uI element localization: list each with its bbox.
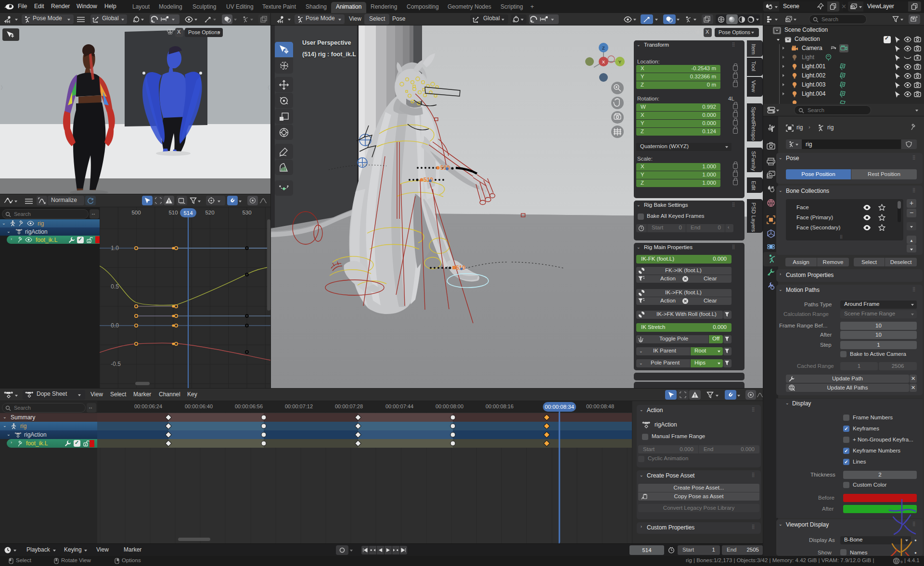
svg-text:510: 510 (168, 210, 178, 215)
svg-text:510: 510 (456, 264, 465, 271)
svg-text:510: 510 (424, 176, 433, 183)
svg-text:Z: Z (602, 45, 605, 50)
svg-text:520: 520 (205, 210, 214, 215)
svg-text:0.5: 0.5 (111, 283, 119, 290)
svg-text:530: 530 (242, 210, 251, 215)
svg-text:510: 510 (440, 164, 450, 171)
svg-text:0.0: 0.0 (111, 322, 119, 329)
svg-text:500: 500 (131, 210, 141, 215)
svg-text:X: X (602, 59, 605, 64)
svg-text:Y: Y (618, 59, 622, 64)
svg-text:1.0: 1.0 (111, 245, 119, 252)
svg-text:514: 514 (183, 210, 193, 216)
svg-text:-0.5: -0.5 (111, 361, 121, 367)
